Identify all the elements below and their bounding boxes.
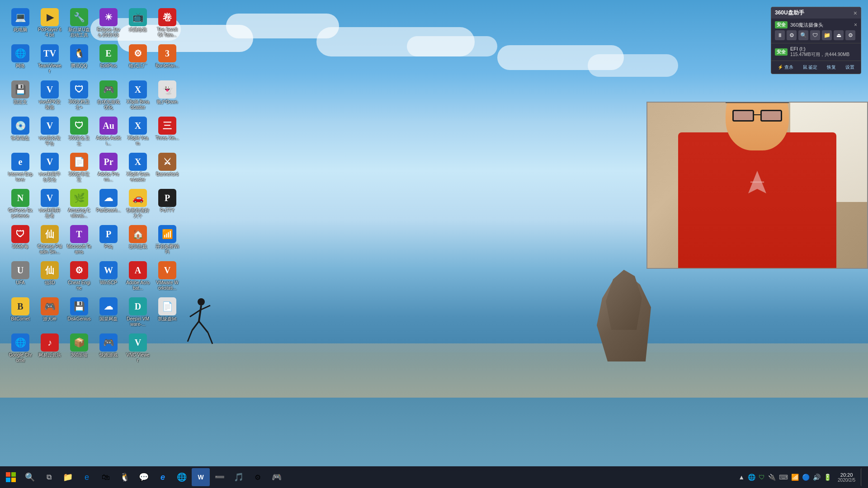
desktop-icon-diskgenius[interactable]: 💾DiskGenius bbox=[66, 296, 93, 328]
desktop-icon-vnc-viewer[interactable]: VVNC Viewer bbox=[124, 332, 151, 365]
taskbar-item3[interactable]: ⚙ bbox=[249, 468, 267, 486]
desktop-icon-xsplit-vcam[interactable]: XXSplit Vcam bbox=[124, 115, 151, 148]
desktop-icon-qq[interactable]: 🐧腾讯QQ bbox=[66, 43, 93, 75]
desktop-icon-vivomgr2[interactable]: Vvivo利用平台安全 bbox=[36, 151, 63, 184]
desktop-icon-adobe-acrobat[interactable]: AAdobe Acrobat... bbox=[124, 260, 151, 292]
footer-btn-identify[interactable]: 鼠 鉴定 bbox=[801, 63, 820, 71]
footer-btn-scan[interactable]: ⚡ 查杀 bbox=[776, 63, 795, 71]
store-button[interactable]: 🛍 bbox=[97, 468, 115, 486]
panel-icon-folder[interactable]: 📁 bbox=[822, 30, 832, 40]
desktop-icon-chinesepaladin[interactable]: 仙Chinese Paladin Sin... bbox=[36, 224, 63, 256]
desktop-icon-eclipse[interactable]: ☀Eclipse Java 2019:03 bbox=[95, 7, 122, 39]
desktop-icon-youxi[interactable]: 🎮自优先游戏优化 bbox=[95, 79, 122, 112]
taskbar-word[interactable]: W bbox=[192, 468, 210, 486]
desktop-icon-amazing[interactable]: 🌿Amazing Cultivati... bbox=[66, 188, 93, 220]
desktop-icon-poq[interactable]: PPoq bbox=[95, 224, 122, 256]
desktop-icon-teamviewer[interactable]: TVTeamViewer bbox=[36, 43, 63, 75]
desktop-icon-netease-music[interactable]: ♪网易云音乐 bbox=[36, 332, 63, 365]
desktop-icon-recovery[interactable]: 💿恢复磁盘 bbox=[7, 115, 34, 148]
desktop-icon-360antivirus[interactable]: 🛡360杀毒 bbox=[7, 224, 34, 256]
taskbar-item1[interactable]: ➖ bbox=[211, 468, 229, 486]
desktop-icon-msteams[interactable]: TMicrosoft Teams bbox=[66, 224, 93, 256]
icon-label-internet-explorer: Internet Explorer bbox=[8, 172, 33, 183]
desktop-icon-editplus[interactable]: EEditPlus bbox=[95, 43, 122, 75]
desktop-icon-google-chrome[interactable]: 🌐Google Chrome bbox=[7, 332, 34, 365]
desktop-icon-wifi[interactable]: 📶开启免费WiFi bbox=[154, 224, 181, 256]
desktop-icon-winscp[interactable]: WWinSCP bbox=[95, 260, 122, 292]
taskbar-item2[interactable]: 🎵 bbox=[230, 468, 248, 486]
desktop-icon-360plus[interactable]: 🛡360文档卫士+ bbox=[66, 79, 93, 112]
search-button[interactable]: 🔍 bbox=[21, 468, 39, 486]
desktop-icon-computer[interactable]: 💻此电脑 bbox=[7, 7, 34, 39]
task-view-button[interactable]: ⧉ bbox=[40, 468, 58, 486]
desktop-icon-nvidia[interactable]: NGeForce Experience bbox=[7, 188, 34, 220]
desktop-icon-youda[interactable]: 🎮游大神 bbox=[36, 296, 63, 328]
cloud-7 bbox=[588, 54, 678, 77]
desktop-icon-deepin-vm[interactable]: DDeepin VMware-... bbox=[124, 296, 151, 328]
taskbar-wechat[interactable]: 💬 bbox=[135, 468, 153, 486]
tray-wifi2[interactable]: 📶 bbox=[790, 473, 800, 482]
panel-icon-scan[interactable]: 🔍 bbox=[798, 30, 808, 40]
desktop-icon-kuaijie[interactable]: 📄凯旋盘txt bbox=[154, 296, 181, 328]
tray-battery[interactable]: 🔋 bbox=[823, 473, 832, 482]
desktop-icon-360zip[interactable]: 📦360压缩 bbox=[66, 332, 93, 365]
desktop-icon-local[interactable]: 💾固定支 bbox=[7, 79, 34, 112]
desktop-icon-premiere[interactable]: PrAdobe Premi... bbox=[95, 151, 122, 184]
tray-up-arrow[interactable]: ▲ bbox=[737, 473, 745, 482]
panel-icon-eject[interactable]: ⏏ bbox=[834, 30, 844, 40]
desktop-icon-deepin-netdisk[interactable]: ☁国皇网盘 bbox=[95, 296, 122, 328]
desktop-icon-geshi[interactable]: ⚙格式工厂 bbox=[124, 43, 151, 75]
show-desktop-button[interactable] bbox=[861, 468, 864, 486]
start-button[interactable] bbox=[2, 468, 20, 486]
desktop-icon-bannerlord[interactable]: ⚔Bannerlord bbox=[154, 151, 181, 184]
taskbar-qq[interactable]: 🐧 bbox=[116, 468, 134, 486]
desktop-icon-pal3d[interactable]: 仙仙3D bbox=[36, 260, 63, 292]
taskbar-ie[interactable]: e bbox=[154, 468, 172, 486]
file-explorer-button[interactable]: 📁 bbox=[59, 468, 77, 486]
panel-icon-pause[interactable]: ⏸ bbox=[775, 30, 785, 40]
tray-usb[interactable]: 🔌 bbox=[767, 473, 777, 482]
tray-antivirus[interactable]: 🛡 bbox=[758, 473, 766, 482]
footer-btn-restore[interactable]: 恢复 bbox=[825, 63, 838, 71]
desktop-icon-borderlands[interactable]: 3Borderlan... bbox=[154, 43, 181, 75]
desktop-icon-fangjian[interactable]: 🏠放间总裁 bbox=[124, 224, 151, 256]
desktop-icon-vivoplay[interactable]: Vvivo利用开发者 bbox=[36, 188, 63, 220]
desktop-icon-scroll[interactable]: 卷The Scroll Of Taiw... bbox=[154, 7, 181, 39]
taskbar-clock[interactable]: 20:20 2020/2/5 bbox=[834, 472, 859, 483]
tray-bluetooth[interactable]: 🔵 bbox=[801, 473, 811, 482]
desktop-icon-xsplit-gc[interactable]: XXSplit Gamecaster bbox=[124, 151, 151, 184]
desktop-icon-360usb[interactable]: 🔧新白菜U盘启动工具 bbox=[66, 7, 93, 39]
panel-icon-shield[interactable]: 🛡 bbox=[810, 30, 820, 40]
desktop-icon-kuaiqiche[interactable]: 🚗快把你道好大个 bbox=[124, 188, 151, 220]
desktop-icon-vivoapk[interactable]: VvivoAPK安装器 bbox=[36, 79, 63, 112]
desktop-icon-vivomgr[interactable]: Vvivo前分发平台 bbox=[36, 115, 63, 148]
tray-volume[interactable]: 🔊 bbox=[812, 473, 821, 482]
desktop-icon-cheat-engine[interactable]: ⚙Cheat Engine bbox=[66, 260, 93, 292]
panel-icon-gear2[interactable]: ⚙ bbox=[845, 30, 855, 40]
panel-close-button[interactable]: × bbox=[854, 9, 857, 17]
desktop-icon-putty[interactable]: PPuTTY bbox=[154, 188, 181, 220]
panel-icon-settings[interactable]: ⚙ bbox=[787, 30, 797, 40]
desktop-icon-pandownload[interactable]: ☁PanDownl... bbox=[95, 188, 122, 220]
desktop-icon-vmware-ws[interactable]: VVMware Workstati... bbox=[154, 260, 181, 292]
desktop-icon-360office[interactable]: 📄360效率宝宝 bbox=[66, 151, 93, 184]
desktop-icon-bittorrent[interactable]: BBitComet bbox=[7, 296, 34, 328]
desktop-icon-speedgame[interactable]: 🎮快跑游戏 bbox=[95, 332, 122, 365]
desktop-icon-360safe[interactable]: 🛡360安全卫士 bbox=[66, 115, 93, 148]
desktop-icon-xsplit1[interactable]: 📺式播放器 bbox=[124, 7, 151, 39]
desktop-icon-xsplit-bcast[interactable]: XXSplit Broadcaster bbox=[124, 79, 151, 112]
desktop-icon-three-kingdoms[interactable]: 三Three Xin... bbox=[154, 115, 181, 148]
desktop-icon-potplayer[interactable]: ▶PotPlayer 64 bit bbox=[36, 7, 63, 39]
taskbar-item4[interactable]: 🎮 bbox=[268, 468, 286, 486]
panel-device1-close[interactable]: × bbox=[854, 22, 857, 28]
desktop-icon-network[interactable]: 🌐网络 bbox=[7, 43, 34, 75]
tray-network[interactable]: 🌐 bbox=[747, 473, 756, 482]
desktop-icon-ufa[interactable]: UUFA bbox=[7, 260, 34, 292]
taskbar-chrome[interactable]: 🌐 bbox=[173, 468, 191, 486]
desktop-icon-ghostdown[interactable]: 👻账户Down bbox=[154, 79, 181, 112]
footer-btn-settings[interactable]: 设置 bbox=[844, 63, 856, 71]
desktop-icon-internet-explorer[interactable]: eInternet Explorer bbox=[7, 151, 34, 184]
desktop-icon-adobe-audition[interactable]: AuAdobe Auditi... bbox=[95, 115, 122, 148]
tray-keyboard[interactable]: ⌨ bbox=[778, 473, 789, 482]
edge-browser-button[interactable]: e bbox=[78, 468, 96, 486]
